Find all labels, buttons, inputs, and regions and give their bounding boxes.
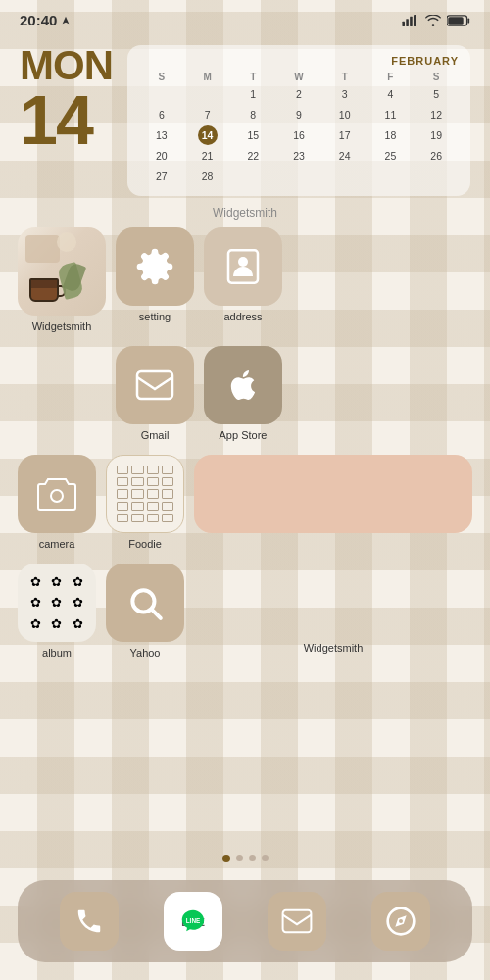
svg-rect-9: [137, 371, 172, 399]
compass-svg-icon: [385, 906, 416, 937]
cal-day: 2: [289, 84, 309, 104]
cal-day: 9: [289, 105, 309, 124]
app-label-yahoo: Yahoo: [130, 647, 161, 659]
app-label-widgetsmith: Widgetsmith: [32, 320, 92, 332]
app-label-appstore: App Store: [220, 429, 268, 441]
dock-item-line[interactable]: LINE LINE: [164, 892, 222, 951]
svg-point-8: [238, 257, 248, 267]
cal-day: [243, 167, 263, 186]
cal-day: [380, 167, 400, 186]
app-label-setting: setting: [139, 311, 171, 322]
cal-day: [198, 84, 218, 104]
svg-rect-1: [406, 19, 409, 26]
cal-day: 22: [243, 146, 263, 166]
cal-day: 1: [243, 84, 263, 104]
cal-day: 12: [426, 105, 446, 124]
app-label-camera: camera: [39, 538, 75, 550]
svg-rect-3: [414, 15, 416, 26]
clock: 20:40: [20, 12, 57, 28]
cal-day: 28: [198, 167, 218, 186]
status-time: 20:40: [20, 12, 71, 28]
mail-svg-icon: [135, 369, 174, 401]
svg-rect-0: [402, 21, 405, 25]
contact-svg-icon: [223, 247, 263, 286]
compass-icon: [371, 892, 430, 951]
calendar-grid: S M T W T F S 1 2 3 4 5 6 7 8 9 10: [139, 71, 459, 186]
svg-text:LINE: LINE: [186, 917, 201, 924]
location-arrow-icon: [61, 16, 71, 25]
search-svg-icon: [126, 584, 164, 621]
page-dot-1: [222, 855, 230, 862]
apps-section: Widgetsmith: [0, 206, 490, 845]
app-item-address[interactable]: address: [204, 227, 282, 322]
cal-day: 4: [380, 84, 400, 104]
cal-day: 21: [198, 146, 218, 166]
cal-day: 15: [243, 125, 263, 145]
cal-day: 26: [426, 146, 446, 166]
appstore-icon: [204, 346, 282, 424]
app-item-widgetsmith[interactable]: Widgetsmith: [18, 227, 106, 332]
cal-day: 25: [380, 146, 400, 166]
app-item-album[interactable]: ✿ ✿ ✿ ✿ ✿ ✿ ✿ ✿ ✿ album: [18, 564, 96, 659]
camera-icon-box: [18, 455, 96, 533]
cal-day: 23: [289, 146, 309, 166]
app-label-gmail: Gmail: [141, 429, 170, 441]
line-svg-icon: LINE LINE: [177, 906, 209, 937]
status-icons: [402, 15, 470, 26]
cal-day: 20: [152, 146, 172, 166]
phone-svg-icon: [74, 906, 104, 936]
cal-day: 27: [152, 167, 172, 186]
page-dots: [0, 855, 490, 862]
dock-item-mail[interactable]: [268, 892, 326, 951]
cal-day: [426, 167, 446, 186]
app-item-widgetsmith-placeholder[interactable]: [194, 455, 472, 538]
cal-day-today: 14: [198, 125, 218, 145]
gear-svg-icon: [135, 247, 174, 286]
cal-header: M: [185, 71, 230, 83]
status-bar: 20:40: [0, 0, 490, 35]
cal-header: S: [139, 71, 184, 83]
cal-day: 13: [152, 125, 172, 145]
app-item-camera[interactable]: camera: [18, 455, 96, 550]
dock-item-safari[interactable]: [371, 892, 430, 951]
apple-svg-icon: [225, 368, 261, 403]
dock: LINE LINE: [18, 880, 472, 962]
day-name: MON: [20, 45, 113, 86]
svg-point-17: [399, 919, 403, 923]
date-block: MON 14: [20, 45, 118, 155]
app-item-gmail[interactable]: Gmail: [116, 346, 194, 441]
camera-svg-icon: [36, 476, 77, 512]
foodie-icon-box: [106, 455, 184, 533]
widgetsmith-placeholder-label-area: Widgetsmith: [194, 564, 472, 654]
app-item-foodie[interactable]: Foodie: [106, 455, 184, 550]
mini-calendar: FEBRUARY S M T W T F S 1 2 3 4 5 6 7: [127, 45, 470, 196]
page-dot-4: [262, 855, 269, 861]
cal-day: 6: [152, 105, 172, 124]
album-icon-box: ✿ ✿ ✿ ✿ ✿ ✿ ✿ ✿ ✿: [18, 564, 96, 642]
cal-day: 19: [426, 125, 446, 145]
address-icon: [204, 227, 282, 306]
calendar-month: FEBRUARY: [139, 55, 459, 67]
app-item-yahoo[interactable]: Yahoo: [106, 564, 184, 659]
dock-item-phone[interactable]: [60, 892, 119, 951]
app-item-setting[interactable]: setting: [116, 227, 194, 322]
cal-day: 5: [426, 84, 446, 104]
cal-day: [335, 167, 355, 186]
svg-rect-6: [448, 17, 463, 24]
svg-rect-5: [467, 18, 469, 23]
cal-day: 11: [380, 105, 400, 124]
cal-day: 16: [289, 125, 309, 145]
app-label-album: album: [42, 647, 72, 659]
mail2-svg-icon: [281, 908, 313, 934]
app-label-widgetsmith-wide: Widgetsmith: [304, 642, 364, 654]
widget-area: MON 14 FEBRUARY S M T W T F S 1 2 3 4 5: [0, 35, 490, 206]
cal-header: W: [276, 71, 321, 83]
page-dot-3: [249, 855, 256, 861]
app-item-appstore[interactable]: App Store: [204, 346, 282, 441]
app-label-foodie: Foodie: [128, 538, 162, 550]
cal-day: 8: [243, 105, 263, 124]
cal-day: 10: [335, 105, 355, 124]
signal-icon: [402, 15, 419, 26]
foodie-grid-pattern: [107, 456, 183, 532]
setting-icon: [116, 227, 194, 306]
